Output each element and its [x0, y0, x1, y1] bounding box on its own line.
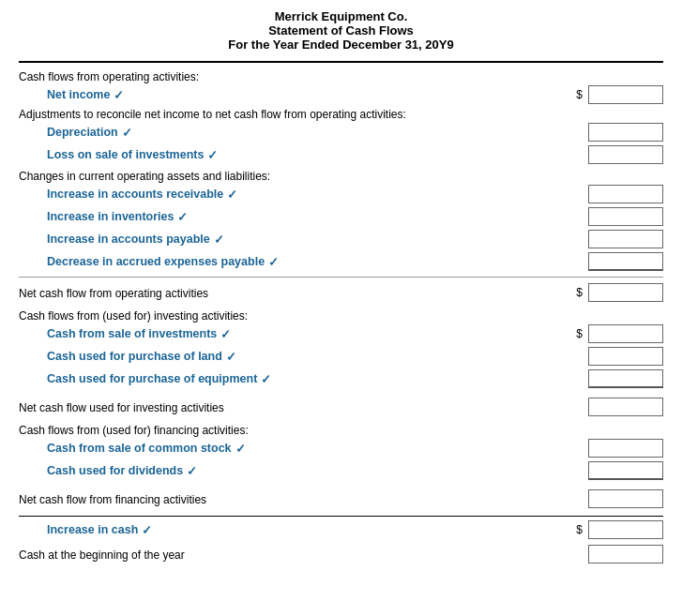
statement-title: Statement of Cash Flows [19, 23, 663, 38]
cash-investments-check: ✓ [220, 327, 231, 341]
cash-beginning-row: Cash at the beginning of the year [19, 545, 663, 563]
net-income-label: Net income ✓ [19, 88, 576, 102]
cash-dividends-input[interactable] [588, 461, 663, 480]
top-divider [19, 61, 663, 63]
cash-beginning-label: Cash at the beginning of the year [19, 548, 185, 562]
cash-stock-check: ✓ [235, 442, 246, 456]
increase-ar-input[interactable] [588, 185, 663, 203]
increase-ap-label: Increase in accounts payable ✓ [19, 233, 588, 247]
loss-on-sale-row: Loss on sale of investments ✓ [19, 145, 663, 164]
cash-investments-dollar: $ [576, 327, 583, 340]
cash-investments-input[interactable] [588, 324, 663, 343]
cash-equipment-input[interactable] [588, 369, 663, 388]
increase-ap-row: Increase in accounts payable ✓ [19, 230, 663, 248]
net-financing-row: Net cash flow from financing activities [19, 489, 663, 508]
net-investing-input[interactable] [588, 398, 663, 416]
investing-section: Cash flows from (used for) investing act… [19, 309, 663, 416]
investing-label: Cash flows from (used for) investing act… [19, 309, 663, 323]
increase-cash-input[interactable] [588, 520, 663, 539]
cash-land-label: Cash used for purchase of land ✓ [19, 350, 588, 364]
increase-ar-row: Increase in accounts receivable ✓ [19, 185, 663, 203]
cash-land-input[interactable] [588, 347, 663, 366]
report-header: Merrick Equipment Co. Statement of Cash … [19, 9, 663, 52]
increase-ar-check: ✓ [227, 188, 237, 202]
increase-ap-input[interactable] [588, 230, 663, 248]
cash-stock-label: Cash from sale of common stock ✓ [19, 442, 588, 456]
increase-cash-check: ✓ [142, 523, 152, 537]
changes-label: Changes in current operating assets and … [19, 170, 663, 183]
financing-section: Cash flows from (used for) financing act… [19, 424, 663, 508]
cash-investments-row: Cash from sale of investments ✓ $ [19, 324, 663, 343]
net-financing-input[interactable] [588, 489, 663, 508]
loss-on-sale-label: Loss on sale of investments ✓ [19, 148, 588, 162]
financing-label: Cash flows from (used for) financing act… [19, 424, 663, 437]
operating-label: Cash flows from operating activities: [19, 70, 663, 83]
increase-cash-row: Increase in cash ✓ $ [19, 516, 663, 539]
increase-cash-label: Increase in cash ✓ [19, 523, 576, 537]
depreciation-check: ✓ [122, 126, 132, 140]
cash-investments-label: Cash from sale of investments ✓ [19, 327, 576, 341]
cash-land-check: ✓ [226, 350, 236, 364]
increase-inv-check: ✓ [177, 210, 188, 224]
cash-land-row: Cash used for purchase of land ✓ [19, 347, 663, 366]
net-income-dollar: $ [576, 88, 583, 101]
cash-equipment-check: ✓ [261, 372, 271, 386]
increase-ap-check: ✓ [214, 233, 224, 247]
cash-beginning-input[interactable] [588, 545, 663, 563]
net-investing-row: Net cash flow used for investing activit… [19, 398, 663, 416]
net-income-check: ✓ [114, 88, 124, 102]
cash-dividends-label: Cash used for dividends ✓ [19, 464, 588, 478]
net-operating-dollar: $ [576, 286, 583, 299]
decrease-accrued-label: Decrease in accrued expenses payable ✓ [19, 255, 588, 269]
net-operating-input[interactable] [588, 283, 663, 302]
decrease-accrued-input[interactable] [588, 252, 663, 271]
decrease-accrued-row: Decrease in accrued expenses payable ✓ [19, 252, 663, 278]
net-income-row: Net income ✓ $ [19, 85, 663, 104]
net-investing-label: Net cash flow used for investing activit… [19, 401, 224, 414]
increase-cash-dollar: $ [576, 523, 583, 536]
cash-stock-row: Cash from sale of common stock ✓ [19, 439, 663, 458]
depreciation-row: Depreciation ✓ [19, 123, 663, 142]
increase-inv-row: Increase in inventories ✓ [19, 207, 663, 226]
net-operating-label: Net cash flow from operating activities [19, 287, 208, 300]
depreciation-label: Depreciation ✓ [19, 126, 588, 140]
net-financing-label: Net cash flow from financing activities [19, 493, 206, 506]
company-name: Merrick Equipment Co. [19, 9, 663, 23]
operating-section: Cash flows from operating activities: Ne… [19, 70, 663, 302]
cash-dividends-row: Cash used for dividends ✓ [19, 461, 663, 484]
depreciation-input[interactable] [588, 123, 663, 142]
decrease-accrued-check: ✓ [268, 255, 279, 269]
period-label: For the Year Ended December 31, 20Y9 [19, 38, 663, 52]
increase-inv-input[interactable] [588, 207, 663, 226]
net-income-input[interactable] [588, 85, 663, 104]
cash-stock-input[interactable] [588, 439, 663, 458]
loss-on-sale-input[interactable] [588, 145, 663, 164]
adjustments-label: Adjustments to reconcile net income to n… [19, 108, 663, 121]
increase-ar-label: Increase in accounts receivable ✓ [19, 188, 588, 202]
cash-equipment-row: Cash used for purchase of equipment ✓ [19, 369, 663, 392]
cash-dividends-check: ✓ [187, 464, 197, 478]
loss-on-sale-check: ✓ [207, 148, 218, 162]
net-operating-row: Net cash flow from operating activities … [19, 283, 663, 302]
cash-equipment-label: Cash used for purchase of equipment ✓ [19, 372, 588, 386]
increase-inv-label: Increase in inventories ✓ [19, 210, 588, 224]
